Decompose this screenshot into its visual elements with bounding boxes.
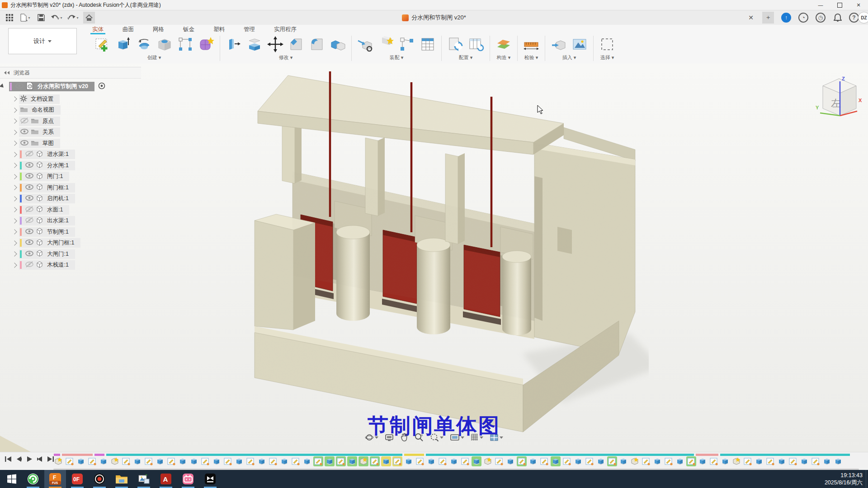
ribbon-tab-1[interactable]: 实体 [90,26,105,34]
timeline-feature-extrude[interactable] [652,456,662,466]
config-table-tool[interactable] [467,35,485,53]
timeline-feature-extrude[interactable] [449,456,459,466]
tree-row-pill[interactable]: 木栈道:1 [19,260,75,270]
tree-item[interactable]: 水面:1 [12,205,69,215]
ribbon-tab-6[interactable]: 管理 [242,26,257,34]
eye-off-icon[interactable] [25,261,34,269]
timeline-feature-sketch[interactable] [392,456,402,466]
maximize-button[interactable] [830,0,849,10]
timeline-feature-extrude[interactable] [596,456,606,466]
timeline-feature-sketch[interactable] [743,456,753,466]
play-button[interactable] [26,456,33,464]
tree-item[interactable]: 分水闸:1 [12,160,75,170]
construct-plane-tool[interactable] [495,35,513,53]
timeline-feature-extrude[interactable] [325,456,335,466]
tree-row-pill[interactable]: 闸门框:1 [19,183,75,192]
display-settings-tool[interactable] [450,434,464,441]
taskbar-photo-tool[interactable] [133,470,155,488]
app-grid-button[interactable] [4,12,15,23]
group-label-配置[interactable]: 配置 ▾ [459,54,473,61]
rect-pattern-tool[interactable] [176,35,194,53]
close-tab-button[interactable]: ✕ [745,12,757,23]
timeline-feature-sketch[interactable] [223,456,233,466]
grid-settings-tool[interactable] [471,433,483,441]
timeline-feature-extrude[interactable] [76,456,86,466]
timeline-feature-extrude[interactable] [155,456,165,466]
collapse-panel-icon[interactable] [4,70,10,75]
insert-mesh-tool[interactable] [550,35,568,53]
taskbar-fusion[interactable]: FFUS [44,470,66,488]
ribbon-tab-5[interactable]: 塑料 [212,26,226,34]
timeline-feature-comp[interactable] [53,456,63,466]
eye-off-icon[interactable] [25,150,34,158]
view-cube[interactable]: 左 Z X Y [812,68,866,122]
timeline-feature-sketch[interactable] [517,456,527,466]
timeline-feature-sketch[interactable] [811,456,821,466]
eye-icon[interactable] [25,250,34,258]
timeline-feature-sketch[interactable] [562,456,572,466]
taskbar-office-red[interactable]: 0F [66,470,88,488]
taskbar-capcut[interactable] [199,470,221,488]
eye-icon[interactable] [20,140,29,147]
expand-arrow-icon[interactable] [12,185,17,190]
expand-arrow-icon[interactable] [0,84,5,89]
timeline-feature-sketch[interactable] [438,456,448,466]
ribbon-tab-2[interactable]: 曲面 [121,26,136,34]
tree-row-pill[interactable]: 关系 [19,127,60,137]
timeline-feature-sketch[interactable] [664,456,674,466]
taskbar-bilibili[interactable] [177,470,199,488]
undo-button[interactable]: ▾ [51,12,62,23]
timeline-feature-extrude[interactable] [618,456,628,466]
timeline-feature-extrude[interactable] [178,456,188,466]
document-tab[interactable]: 分水闸和节制闸 v20* [0,10,868,25]
timeline-feature-sketch[interactable] [313,456,323,466]
eye-icon[interactable] [25,173,34,180]
tree-item[interactable]: 大闸门:1 [12,249,75,259]
home-button[interactable] [83,12,95,23]
timeline-feature-sketch[interactable] [788,456,798,466]
tree-item[interactable]: 文档设置 [12,94,60,104]
root-row-pill[interactable]: 分水闸和节制闸 v20 [9,82,94,91]
expand-arrow-icon[interactable] [12,118,17,123]
eye-icon[interactable] [20,128,29,136]
timeline-feature-extrude[interactable] [347,456,357,466]
shell-tool[interactable] [245,35,264,53]
close-button[interactable]: ✕ [849,0,868,10]
tree-item[interactable]: 原点 [12,116,60,126]
taskbar-clock[interactable]: 19:13:43 2025/8/16/周六 [825,472,863,486]
step-back-button[interactable] [16,456,22,464]
timeline-feature-sketch[interactable] [460,456,470,466]
viewports-tool[interactable] [490,434,503,441]
taskbar-recorder[interactable] [89,470,110,488]
timeline-feature-sketch[interactable] [415,456,425,466]
joint-tool[interactable] [398,35,416,53]
timeline-feature-extrude[interactable] [822,456,832,466]
press-pull-tool[interactable] [225,35,243,53]
timeline-feature-sketch[interactable] [144,456,154,466]
browser-root-row[interactable]: 分水闸和节制闸 v20 [0,81,105,91]
eye-off-icon[interactable] [20,117,29,125]
ribbon-tab-4[interactable]: 钣金 [181,26,196,34]
expand-arrow-icon[interactable] [12,251,17,256]
expand-arrow-icon[interactable] [12,240,17,245]
expand-arrow-icon[interactable] [12,229,17,234]
measure-tool[interactable] [522,35,540,53]
insert-derive-tool[interactable] [356,35,374,53]
minimize-button[interactable]: — [811,0,830,10]
timeline-feature-sketch[interactable] [268,456,278,466]
timeline-feature-sketch[interactable] [87,456,97,466]
eye-off-icon[interactable] [25,206,34,214]
tree-item[interactable]: 闸门:1 [12,172,69,182]
timeline-feature-sketch[interactable] [336,456,346,466]
timeline-feature-extrude[interactable] [833,456,843,466]
tree-item[interactable]: 关系 [12,127,60,137]
select-tool[interactable] [598,35,616,53]
tree-row-pill[interactable]: 出水渠:1 [19,216,75,225]
tree-row-pill[interactable]: 草图 [19,139,60,148]
timeline-feature-comp[interactable] [483,456,493,466]
timeline-feature-extrude[interactable] [132,456,142,466]
revolve-tool[interactable] [135,35,153,53]
timeline-feature-extrude[interactable] [257,456,267,466]
timeline-feature-sketch[interactable] [765,456,775,466]
fillet-tool[interactable] [308,35,326,53]
